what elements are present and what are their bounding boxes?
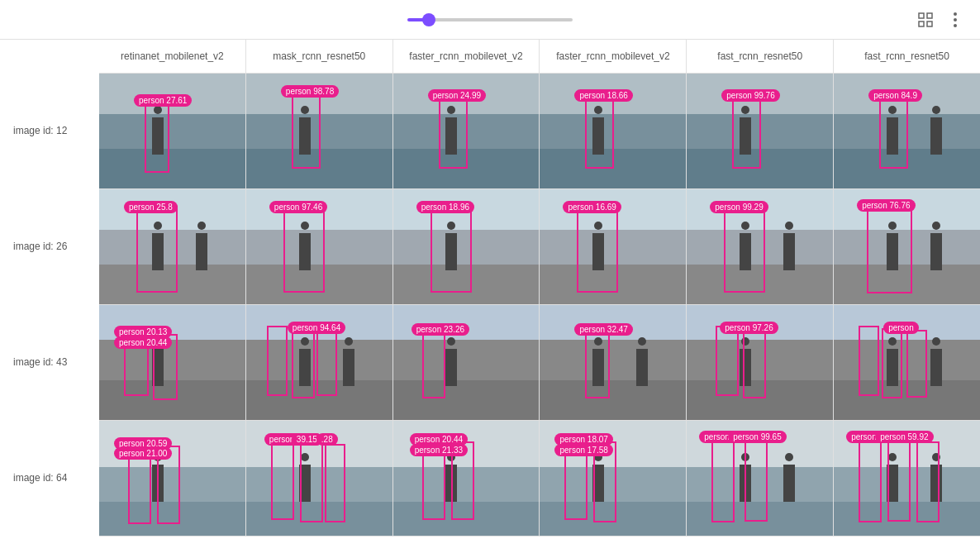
step-slider[interactable]	[407, 18, 573, 21]
person-head	[447, 337, 455, 346]
grid-cell-2-1: person 94.64	[246, 305, 393, 420]
person-head	[345, 337, 353, 346]
cell-bg-0-4: person 99.76	[687, 74, 833, 188]
cell-bg-2-0: person 20.13person 20.44	[99, 305, 245, 420]
detection-box	[724, 206, 765, 293]
cell-bg-2-3: person 32.47	[540, 305, 686, 420]
cell-bg-3-4: person 95.05person 99.65	[687, 421, 833, 536]
detection-box	[271, 437, 294, 520]
col-header-4: fast_rcnn_resnet50	[687, 40, 834, 73]
grid-cell-1-2: person 18.96	[393, 189, 540, 304]
grid-cell-2-0: person 20.13person 20.44	[99, 305, 246, 420]
detection-box	[136, 206, 178, 293]
cell-bg-1-1: person 97.46	[246, 189, 392, 304]
detection-label: person 20.44	[114, 336, 172, 349]
grid-cell-1-3: person 16.69	[540, 189, 687, 304]
detection-box	[859, 436, 882, 522]
svg-rect-2	[919, 21, 924, 26]
svg-rect-3	[927, 21, 932, 26]
grid-cell-2-3: person 32.47	[540, 305, 687, 420]
col-header-1: mask_rcnn_resnet50	[246, 40, 393, 73]
person-body	[636, 349, 648, 386]
col-header-2: faster_rcnn_mobilevet_v2	[393, 40, 540, 73]
header-actions	[914, 8, 967, 31]
cell-bg-1-2: person 18.96	[393, 189, 540, 304]
detection-box	[585, 328, 610, 398]
detection-label: person 27.61	[134, 94, 192, 107]
detection-box	[325, 444, 345, 522]
cell-bg-3-0: person 20.59person 21.00	[99, 421, 245, 536]
detection-box	[431, 206, 472, 293]
person-body	[783, 233, 795, 270]
cell-bg-1-3: person 16.69	[540, 189, 686, 304]
detection-label: person 23.26	[412, 323, 469, 336]
person-head	[932, 222, 940, 230]
grid-container: image id: 12image id: 26image id: 43imag…	[0, 40, 980, 558]
grid-cell-0-0: person 27.61	[99, 74, 246, 188]
grid-main[interactable]: retinanet_mobilenet_v2mask_rcnn_resnet50…	[99, 40, 980, 558]
row-label-2: image id: 43	[0, 304, 99, 420]
grid-cell-1-4: person 99.29	[687, 189, 834, 304]
detection-label: person 18.96	[416, 201, 474, 213]
detection-label: person 32.47	[574, 323, 632, 336]
grid-cell-1-1: person 97.46	[246, 189, 393, 304]
svg-rect-0	[919, 13, 924, 18]
more-menu-button[interactable]	[944, 8, 967, 31]
grid-cell-3-5: person 82.43person 59.92	[834, 421, 980, 536]
grid-cell-0-3: person 18.66	[540, 74, 687, 188]
cell-bg-2-2: person 23.26	[393, 305, 540, 420]
cell-bg-0-1: person 98.78	[246, 74, 392, 188]
grid-cell-0-1: person 98.78	[246, 74, 393, 188]
detection-box	[711, 436, 735, 522]
svg-rect-1	[927, 13, 932, 18]
grid-cell-3-2: person 20.44person 21.33	[393, 421, 540, 536]
detection-box	[882, 328, 902, 398]
person-body	[445, 349, 457, 386]
detection-label: person 59.92	[875, 431, 933, 443]
grid-cell-3-1: person 94.4539.15.28	[246, 421, 393, 536]
detection-box	[743, 328, 766, 398]
col-header-3: faster_rcnn_mobilevet_v2	[540, 40, 687, 73]
person-head	[932, 106, 940, 114]
person-body	[930, 349, 942, 386]
row-label-0: image id: 12	[0, 73, 99, 188]
person-body	[930, 233, 942, 270]
detection-label: person 97.46	[269, 201, 327, 213]
person-head	[638, 337, 646, 346]
detection-label: person 99.65	[728, 431, 786, 443]
grid-rows: person 27.61person 98.78person 24.99pers…	[99, 74, 980, 537]
expand-icon	[918, 12, 933, 27]
detection-label: .28	[316, 433, 338, 446]
cell-bg-3-2: person 20.44person 21.33	[393, 421, 540, 536]
person-body	[343, 349, 354, 386]
person-head	[785, 453, 793, 461]
detection-box	[716, 326, 739, 396]
cell-bg-0-0: person 27.61	[99, 74, 245, 188]
detection-label: person 18.66	[574, 89, 632, 102]
row-label-1: image id: 26	[0, 188, 99, 304]
detection-box	[292, 90, 321, 169]
detection-box	[867, 204, 912, 293]
cell-bg-2-4: person 97.26	[687, 305, 833, 420]
person-body	[196, 233, 207, 270]
grid-cell-1-5: person 76.76	[834, 189, 980, 304]
grid-cell-2-5: person	[834, 305, 980, 420]
col-header-5: fast_rcnn_resnet50	[834, 40, 980, 73]
grid-cell-1-0: person 25.8	[99, 189, 246, 304]
detection-label: person	[883, 322, 919, 334]
cell-bg-0-2: person 24.99	[393, 74, 540, 188]
person-head	[197, 222, 206, 230]
detection-label: person 21.33	[410, 444, 468, 456]
person-body	[783, 465, 795, 502]
header	[0, 0, 980, 40]
detection-box	[732, 94, 761, 169]
grid-cell-3-3: person 18.07person 17.58	[540, 421, 687, 536]
grid-cell-2-2: person 23.26	[393, 305, 540, 420]
cell-bg-2-5: person	[834, 305, 980, 420]
cell-bg-3-1: person 94.4539.15.28	[246, 421, 392, 536]
expand-button[interactable]	[914, 8, 937, 31]
detection-label: person 94.64	[288, 322, 345, 334]
detection-box	[316, 330, 337, 396]
row-label-3: image id: 64	[0, 420, 99, 536]
cell-bg-3-5: person 82.43person 59.92	[834, 421, 980, 536]
